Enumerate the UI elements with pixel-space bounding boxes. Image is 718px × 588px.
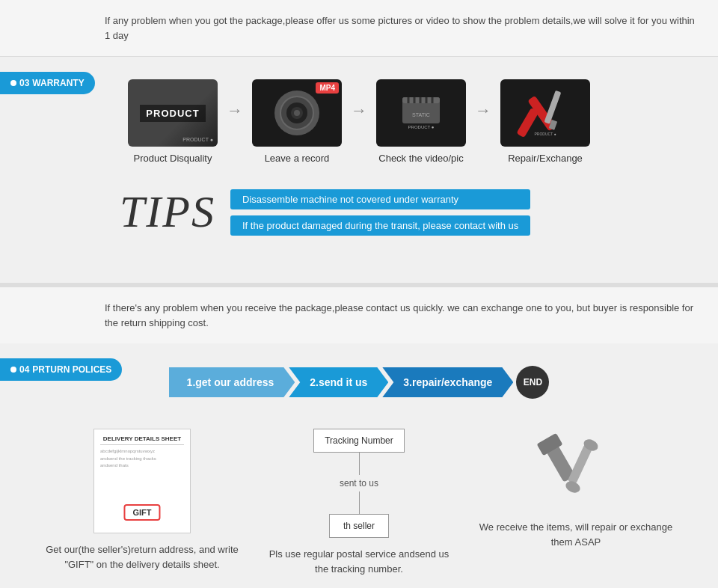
detail-item-tracking: Tracking Number sent to us th seller [262,429,456,576]
main-container: If any problem when you got the package,… [0,0,718,588]
arrow-2: → [351,101,367,120]
step-1: 1.get our address [169,367,295,397]
svg-text:PRODUCT ●: PRODUCT ● [408,125,435,129]
svg-rect-15 [544,91,561,124]
return-note-text: If there's any problem when you receive … [105,302,693,328]
top-note: If any problem when you got the package,… [0,0,718,57]
vert-line-2 [359,491,360,514]
tracking-diagram: Tracking Number sent to us th seller [313,429,405,538]
sheet-line-1: abcdefgijklmnopqrstuvwxyz [100,448,184,456]
product-label: PRODUCT [140,105,205,122]
return-badge: 04 PRTURN POLICES [0,358,122,381]
flow-label-product: Product Disquality [134,153,212,164]
tools-desc: We receive the items, will repair or exc… [479,520,673,549]
delivery-desc: Get our(the seller's)return address, and… [45,542,239,572]
svg-text:STATIC: STATIC [412,112,430,117]
repair-icon: PRODUCT ● [515,87,575,139]
flow-label-video: Check the video/pic [378,153,463,164]
tracking-desc: Pls use regular postal service andsend u… [262,547,456,576]
mp4-badge: MP4 [316,82,339,94]
mp4-box: MP4 [252,79,342,147]
product-box: PRODUCT PRODUCT ● [128,79,218,147]
detail-item-delivery: DELIVERY DETAILS SHEET abcdefgijklmnopqr… [45,429,239,572]
video-box: STATIC PRODUCT ● [376,79,466,147]
svg-text:PRODUCT ●: PRODUCT ● [534,132,556,136]
flow-label-mp4: Leave a record [265,153,330,164]
tips-title: TIPS [120,186,215,238]
tracking-box-bottom: th seller [329,514,389,538]
step-3: 3.repair/exchange [382,367,513,397]
delivery-sheet-lines: abcdefgijklmnopqrstuvwxyz andsend the tr… [100,448,184,470]
sheet-line-3: andsend thats [100,462,184,470]
tips-section: TIPS Disassemble machine not covered und… [0,171,718,260]
arrow-3: → [475,101,491,120]
badge-number: 03 [19,78,29,88]
tip-item-2: If the product damaged during the transi… [230,215,530,236]
product-sub: PRODUCT ● [182,137,213,142]
tip-item-1: Disassemble machine not covered under wa… [230,189,530,209]
return-badge-dot [10,367,16,373]
repair-box: PRODUCT ● [500,79,590,147]
vert-line-1 [359,453,360,475]
tools-svg [531,429,621,511]
video-icon-wrap: STATIC PRODUCT ● [395,90,447,137]
svg-point-3 [294,110,300,116]
top-note-text: If any problem when you got the package,… [105,15,695,41]
badge-dot [10,80,16,86]
tracking-mid: sent to us [334,453,384,514]
camera-icon [274,91,319,135]
flow-item-product: PRODUCT PRODUCT ● Product Disquality [128,79,218,164]
detail-item-tools: We receive the items, will repair or exc… [479,429,673,549]
step-end: END [516,366,549,399]
flow-label-repair: Repair/Exchange [508,153,583,164]
return-note: If there's any problem when you receive … [0,285,718,343]
gift-badge: GIFT [123,504,160,521]
flow-item-video: STATIC PRODUCT ● Check the video/pic [376,79,466,164]
warranty-section: 03 WARRANTY PRODUCT PRODUCT ● Product Di… [0,57,718,285]
delivery-sheet: DELIVERY DETAILS SHEET abcdefgijklmnopqr… [93,429,191,533]
warranty-flow: PRODUCT PRODUCT ● Product Disquality → M… [0,72,718,171]
tips-list: Disassemble machine not covered under wa… [230,189,530,236]
sent-to-us: sent to us [334,475,384,491]
warranty-badge: 03 WARRANTY [0,72,95,94]
flow-item-mp4: MP4 Leave a record [252,79,342,164]
flow-item-repair: PRODUCT ● Repair/Exchange [500,79,590,164]
return-section: 04 PRTURN POLICES 1.get our address 2.se… [0,343,718,588]
step-2: 2.send it us [289,367,388,397]
tracking-box-top: Tracking Number [313,429,405,453]
sheet-line-2: andsend the tracking thacks [100,456,184,463]
return-badge-number: 04 [19,364,29,375]
badge-label: WARRANTY [32,78,84,88]
return-badge-label: PRTURN POLICES [32,364,111,375]
left-branch: sent to us [334,453,384,514]
arrow-1: → [227,101,243,120]
delivery-sheet-title: DELIVERY DETAILS SHEET [100,435,184,445]
return-details: DELIVERY DETAILS SHEET abcdefgijklmnopqr… [0,421,718,584]
